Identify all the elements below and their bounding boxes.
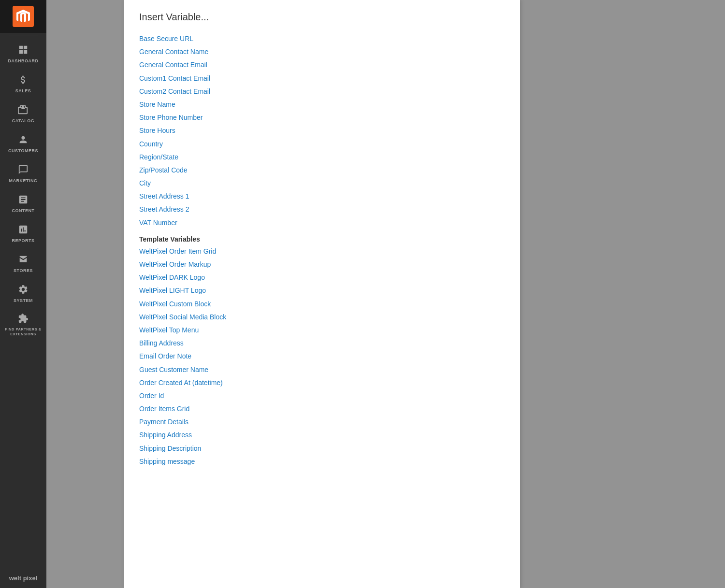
sidebar-item-reports[interactable]: REPORTS — [0, 217, 46, 247]
customers-icon — [16, 133, 30, 146]
template-variables-heading: Template Variables — [139, 235, 505, 243]
template-variable-link-weltpixel-order-item-grid[interactable]: WeltPixel Order Item Grid — [139, 245, 505, 258]
variable-link-general-contact-email[interactable]: General Contact Email — [139, 58, 505, 72]
sidebar-item-dashboard[interactable]: DASHBOARD — [0, 37, 46, 67]
template-variable-link-order-id[interactable]: Order Id — [139, 389, 505, 402]
stores-icon — [16, 253, 30, 266]
reports-icon — [16, 223, 30, 236]
magento-logo-icon — [13, 6, 34, 27]
template-variable-link-guest-customer-name[interactable]: Guest Customer Name — [139, 363, 505, 376]
panel-title: Insert Variable... — [139, 12, 505, 23]
variable-link-custom2-contact-email[interactable]: Custom2 Contact Email — [139, 85, 505, 98]
variable-link-custom1-contact-email[interactable]: Custom1 Contact Email — [139, 72, 505, 85]
welt-logo: welt pixel — [7, 569, 40, 588]
sidebar-item-find-partners-label: FIND PARTNERS & EXTENSIONS — [3, 327, 44, 337]
sidebar-logo — [0, 0, 46, 33]
sidebar-item-stores-label: STORES — [14, 268, 33, 273]
template-variable-link-order-created-at[interactable]: Order Created At (datetime) — [139, 376, 505, 389]
store-variables-list: Base Secure URLGeneral Contact NameGener… — [139, 32, 505, 229]
sidebar-bottom: welt pixel — [0, 569, 46, 588]
sales-icon — [16, 73, 30, 86]
sidebar-item-content[interactable]: CONTENT — [0, 187, 46, 217]
variable-link-general-contact-name[interactable]: General Contact Name — [139, 45, 505, 58]
sidebar-item-catalog[interactable]: CATALOG — [0, 97, 46, 127]
sidebar-item-dashboard-label: DASHBOARD — [8, 58, 39, 63]
sidebar-item-content-label: CONTENT — [12, 208, 35, 213]
template-variable-link-weltpixel-custom-block[interactable]: WeltPixel Custom Block — [139, 298, 505, 311]
template-variable-link-payment-details[interactable]: Payment Details — [139, 416, 505, 429]
template-variable-link-weltpixel-top-menu[interactable]: WeltPixel Top Menu — [139, 324, 505, 337]
main-content: Insert Variable... Base Secure URLGenera… — [46, 0, 725, 588]
catalog-icon — [16, 103, 30, 116]
sidebar-item-catalog-label: CATALOG — [12, 118, 35, 123]
sidebar-item-reports-label: REPORTS — [12, 238, 34, 243]
variable-link-store-hours[interactable]: Store Hours — [139, 124, 505, 137]
variable-link-region-state[interactable]: Region/State — [139, 151, 505, 164]
template-variable-link-shipping-address[interactable]: Shipping Address — [139, 429, 505, 442]
sidebar-item-customers[interactable]: CUSTOMERS — [0, 127, 46, 157]
dashboard-icon — [16, 43, 30, 57]
sidebar-item-system[interactable]: SYSTEM — [0, 277, 46, 307]
template-variable-link-weltpixel-social-media-block[interactable]: WeltPixel Social Media Block — [139, 311, 505, 324]
variable-link-base-secure-url[interactable]: Base Secure URL — [139, 32, 505, 45]
extensions-icon — [16, 312, 30, 325]
insert-variable-panel: Insert Variable... Base Secure URLGenera… — [124, 0, 520, 588]
sidebar-item-system-label: SYSTEM — [14, 298, 33, 303]
template-variable-link-billing-address[interactable]: Billing Address — [139, 337, 505, 350]
content-icon — [16, 193, 30, 206]
variable-link-store-phone-number[interactable]: Store Phone Number — [139, 111, 505, 124]
variable-link-vat-number[interactable]: VAT Number — [139, 216, 505, 229]
sidebar-item-sales-label: SALES — [15, 88, 31, 93]
variable-link-zip-postal-code[interactable]: Zip/Postal Code — [139, 164, 505, 177]
marketing-icon — [16, 163, 30, 176]
sidebar-item-sales[interactable]: SALES — [0, 67, 46, 97]
template-variable-link-shipping-description[interactable]: Shipping Description — [139, 442, 505, 455]
sidebar-item-stores[interactable]: STORES — [0, 247, 46, 277]
sidebar-item-customers-label: CUSTOMERS — [8, 148, 38, 153]
variable-link-country[interactable]: Country — [139, 138, 505, 151]
sidebar-item-find-partners[interactable]: FIND PARTNERS & EXTENSIONS — [0, 307, 46, 341]
variable-link-store-name[interactable]: Store Name — [139, 98, 505, 111]
variable-link-street-address-1[interactable]: Street Address 1 — [139, 190, 505, 203]
variable-link-city[interactable]: City — [139, 177, 505, 190]
template-variable-link-weltpixel-order-markup[interactable]: WeltPixel Order Markup — [139, 258, 505, 271]
svg-rect-0 — [13, 6, 34, 27]
template-variable-link-weltpixel-dark-logo[interactable]: WeltPixel DARK Logo — [139, 271, 505, 284]
system-icon — [16, 283, 30, 296]
sidebar-divider-top — [9, 35, 38, 35]
template-variable-link-weltpixel-light-logo[interactable]: WeltPixel LIGHT Logo — [139, 284, 505, 297]
sidebar: DASHBOARD SALES CATALOG CUSTOMERS MARKET… — [0, 0, 46, 588]
template-variable-link-order-items-grid[interactable]: Order Items Grid — [139, 402, 505, 416]
template-variable-link-email-order-note[interactable]: Email Order Note — [139, 350, 505, 363]
variable-link-street-address-2[interactable]: Street Address 2 — [139, 203, 505, 216]
sidebar-item-marketing-label: MARKETING — [9, 178, 38, 183]
template-variables-list: WeltPixel Order Item GridWeltPixel Order… — [139, 245, 505, 468]
template-variable-link-shipping-message[interactable]: Shipping message — [139, 455, 505, 468]
sidebar-item-marketing[interactable]: MARKETING — [0, 157, 46, 187]
